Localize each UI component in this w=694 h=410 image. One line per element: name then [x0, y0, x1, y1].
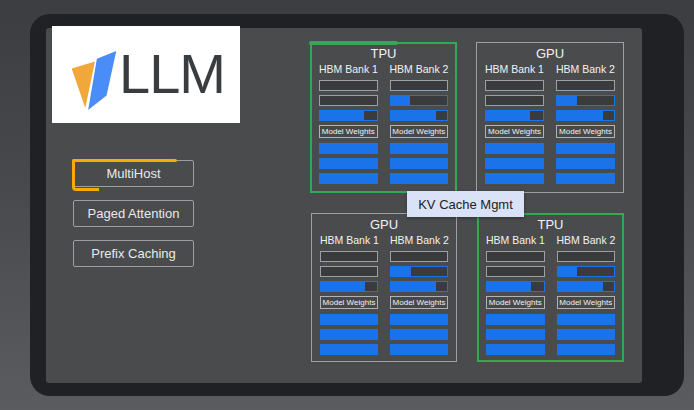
memory-bar-fill [391, 345, 447, 354]
diagram-panel: LLM MultiHost Paged Attention Prefix Cac… [46, 28, 642, 383]
memory-bar [390, 143, 449, 154]
memory-bar [556, 143, 615, 154]
memory-bar-fill [391, 159, 448, 168]
memory-bar-fill [487, 330, 544, 339]
bank-columns: HBM Bank 1Model WeightsHBM Bank 2Model W… [318, 233, 450, 359]
device-frame: LLM MultiHost Paged Attention Prefix Cac… [30, 14, 684, 396]
button-paged-attention[interactable]: Paged Attention [73, 200, 194, 227]
memory-bar [390, 158, 449, 169]
memory-bar [390, 344, 448, 355]
button-prefix-caching[interactable]: Prefix Caching [73, 240, 194, 267]
memory-bar [556, 80, 615, 91]
memory-bar [485, 80, 544, 91]
feature-nav: MultiHost Paged Attention Prefix Caching [73, 160, 194, 267]
memory-bar-fill [321, 330, 377, 339]
accelerator-chip-tpu-3: TPUHBM Bank 1Model WeightsHBM Bank 2Mode… [477, 213, 624, 362]
memory-bar [319, 143, 378, 154]
memory-bar-fill [486, 159, 543, 168]
memory-bar-fill [391, 174, 448, 183]
memory-bar [320, 266, 378, 277]
background: LLM MultiHost Paged Attention Prefix Cac… [0, 0, 694, 410]
chip-title: TPU [484, 216, 617, 233]
hbm-bank-header: HBM Bank 1 [485, 63, 544, 76]
memory-bar [557, 266, 616, 277]
memory-bar [557, 329, 616, 340]
memory-bar [390, 80, 449, 91]
vllm-wordmark: LLM [119, 46, 225, 102]
bank-columns: HBM Bank 1Model WeightsHBM Bank 2Model W… [317, 62, 450, 188]
memory-bar-fill [557, 174, 614, 183]
model-weights-box: Model Weights [486, 296, 545, 309]
hbm-bank-column: HBM Bank 2Model Weights [556, 62, 615, 188]
model-weights-box: Model Weights [390, 296, 448, 309]
model-weights-box: Model Weights [557, 296, 616, 309]
memory-bar-fill [391, 282, 436, 291]
hbm-bank-column: HBM Bank 2Model Weights [390, 233, 448, 359]
memory-bar [557, 314, 616, 325]
model-weights-box: Model Weights [485, 125, 544, 138]
memory-bar [390, 110, 449, 121]
memory-bar [390, 329, 448, 340]
memory-bar-fill [486, 174, 543, 183]
memory-bar [319, 95, 378, 106]
hbm-bank-column: HBM Bank 2Model Weights [390, 62, 449, 188]
memory-bar-fill [486, 111, 530, 120]
memory-bar [557, 251, 616, 262]
memory-bar [390, 281, 448, 292]
kv-cache-mgmt-label: KV Cache Mgmt [407, 191, 524, 217]
memory-bar [486, 344, 545, 355]
memory-bar-fill [557, 111, 603, 120]
accelerator-chip-tpu-0: TPUHBM Bank 1Model WeightsHBM Bank 2Mode… [310, 42, 457, 193]
memory-bar [556, 110, 615, 121]
memory-bar-fill [320, 159, 377, 168]
memory-bar [557, 281, 616, 292]
memory-bar-fill [487, 282, 531, 291]
memory-bar-fill [486, 144, 543, 153]
memory-bar [320, 344, 378, 355]
memory-bar [320, 281, 378, 292]
memory-bar-fill [320, 144, 377, 153]
memory-bar [320, 314, 378, 325]
memory-bar [319, 80, 378, 91]
memory-bar [319, 110, 378, 121]
memory-bar [486, 266, 545, 277]
memory-bar [320, 251, 378, 262]
memory-bar-fill [391, 267, 411, 276]
memory-bar-fill [320, 111, 364, 120]
memory-bar [320, 329, 378, 340]
hbm-bank-column: HBM Bank 1Model Weights [485, 62, 544, 188]
accelerator-chip-gpu-1: GPUHBM Bank 1Model WeightsHBM Bank 2Mode… [476, 42, 624, 193]
bank-columns: HBM Bank 1Model WeightsHBM Bank 2Model W… [484, 233, 617, 359]
memory-bar [485, 173, 544, 184]
memory-bar-fill [391, 144, 448, 153]
model-weights-box: Model Weights [556, 125, 615, 138]
memory-bar-fill [391, 315, 447, 324]
vllm-logo-card: LLM [52, 26, 240, 123]
memory-bar-fill [558, 330, 615, 339]
memory-bar-fill [321, 282, 365, 291]
memory-bar-fill [558, 345, 615, 354]
hbm-bank-header: HBM Bank 2 [390, 63, 449, 76]
hbm-bank-column: HBM Bank 1Model Weights [320, 233, 378, 359]
memory-bar-fill [558, 315, 615, 324]
memory-bar-fill [557, 159, 614, 168]
memory-bar [556, 158, 615, 169]
memory-bar-fill [557, 144, 614, 153]
hbm-bank-header: HBM Bank 1 [320, 234, 378, 247]
memory-bar [486, 281, 545, 292]
memory-bar [485, 143, 544, 154]
memory-bar-fill [558, 282, 603, 291]
memory-bar-fill [391, 330, 447, 339]
button-multihost[interactable]: MultiHost [73, 160, 194, 187]
hbm-bank-header: HBM Bank 1 [319, 63, 378, 76]
memory-bar-fill [321, 345, 377, 354]
memory-bar [486, 251, 545, 262]
chip-title: GPU [483, 45, 617, 62]
bank-columns: HBM Bank 1Model WeightsHBM Bank 2Model W… [483, 62, 617, 188]
memory-bar [557, 344, 616, 355]
hbm-bank-column: HBM Bank 1Model Weights [319, 62, 378, 188]
memory-bar [319, 158, 378, 169]
memory-bar [486, 329, 545, 340]
memory-bar [486, 314, 545, 325]
vllm-logo-icon [69, 49, 117, 111]
